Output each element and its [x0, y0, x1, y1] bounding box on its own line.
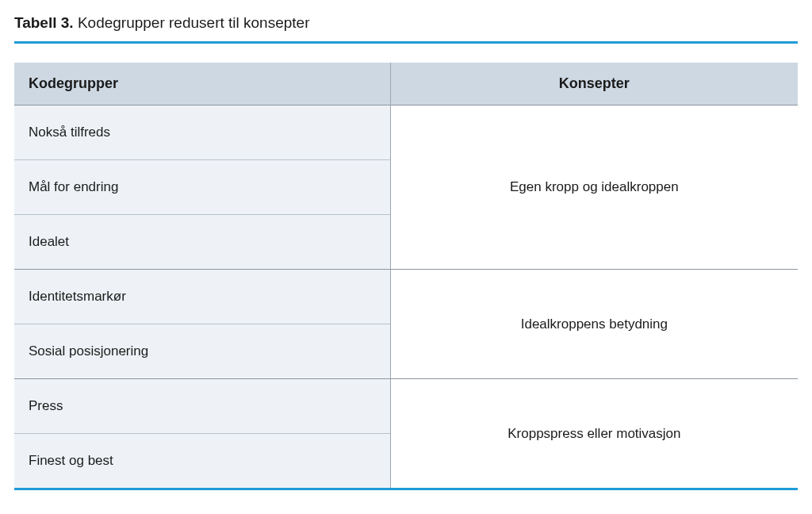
concept-cell: Idealkroppens betydning: [390, 270, 798, 379]
table-caption: Tabell 3. Kodegrupper redusert til konse…: [14, 14, 798, 44]
table-number-label: Tabell 3.: [14, 14, 74, 31]
code-cell: Identitetsmarkør: [14, 270, 390, 324]
code-cell: Mål for endring: [14, 160, 390, 215]
table-body: Nokså tilfreds Egen kropp og idealkroppe…: [14, 105, 798, 489]
concept-cell: Kroppspress eller motivasjon: [390, 379, 798, 489]
concept-cell: Egen kropp og idealkroppen: [390, 105, 798, 270]
codes-concepts-table: Kodegrupper Konsepter Nokså tilfreds Ege…: [14, 63, 798, 490]
column-header-kodegrupper: Kodegrupper: [14, 63, 390, 105]
column-header-konsepter: Konsepter: [390, 63, 798, 105]
table-row: Identitetsmarkør Idealkroppens betydning: [14, 270, 798, 324]
code-cell: Nokså tilfreds: [14, 105, 390, 160]
table-row: Press Kroppspress eller motivasjon: [14, 379, 798, 434]
code-cell: Press: [14, 379, 390, 434]
code-cell: Sosial posisjonering: [14, 324, 390, 379]
table-title: Kodegrupper redusert til konsepter: [78, 14, 310, 31]
code-cell: Finest og best: [14, 434, 390, 489]
table-row: Nokså tilfreds Egen kropp og idealkroppe…: [14, 105, 798, 160]
code-cell: Idealet: [14, 215, 390, 270]
